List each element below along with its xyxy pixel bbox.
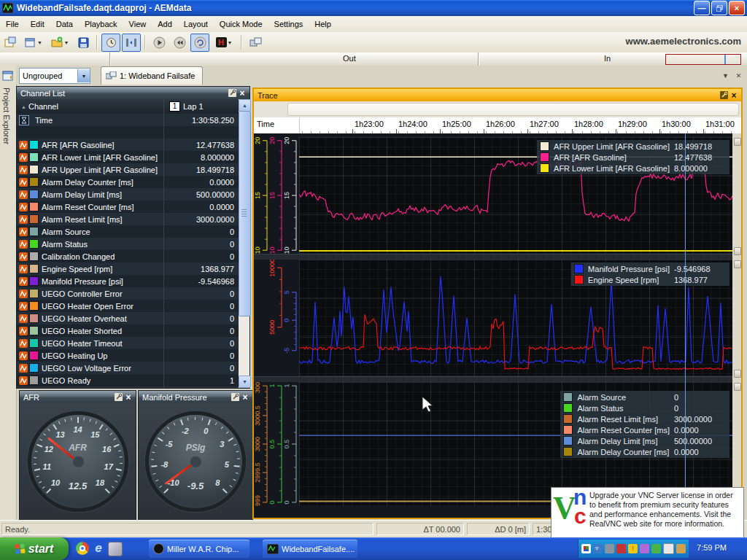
trace-plot-0[interactable]: AFR Upper Limit [AFR Gasoline]18.499718A… [299,137,734,254]
new-layout-button[interactable] [1,34,20,52]
graphics-icon[interactable] [640,544,649,553]
manifold-gauge-titlebar[interactable]: Manifold Pressure × [139,391,252,403]
channel-row[interactable]: UEGO Ready1 [17,374,239,386]
rewind-button[interactable] [170,34,189,52]
channel-row[interactable]: Alarm Reset Counter [ms]0.0000 [17,201,239,213]
close-button[interactable]: × [729,1,745,15]
input-panel-icon[interactable] [676,544,686,553]
channel-row[interactable]: UEGO Heating Up0 [17,349,239,362]
scroll-grip[interactable] [734,247,741,255]
open-layout-button[interactable]: ▼ [21,34,46,52]
close-icon[interactable]: × [240,392,250,402]
channel-row[interactable]: AFR Lower Limit [AFR Gasoline]8.000000 [17,151,239,163]
channel-list-header[interactable]: ▲ Channel 1 Lap 1 [17,99,239,114]
column-divider[interactable] [163,99,164,388]
channel-row[interactable]: UEGO Heater Timeout0 [17,337,239,349]
trace-plot-1[interactable]: Manifold Pressure [psi]-9.546968Engine S… [299,260,734,376]
taskbar-task-widebandfailsafe[interactable]: WidebandFailsafe.... [263,540,357,558]
channel-row[interactable]: Calibration Changed0 [17,250,239,262]
scroll-grip[interactable] [734,370,741,378]
menu-view[interactable]: View [123,18,152,31]
channel-row[interactable]: Alarm Delay Counter [ms]0.0000 [17,176,239,188]
wrench-icon[interactable] [719,91,729,100]
save-button[interactable] [74,34,93,52]
wrench-icon[interactable] [114,393,123,402]
scroll-grip[interactable] [734,260,741,268]
play-button[interactable] [150,34,169,52]
time-ruler[interactable]: Time 1h23:001h24:001h25:001h26:001h27:00… [254,117,741,134]
scroll-down-button[interactable]: ▼ [239,376,251,388]
window-layout-button[interactable] [246,34,265,52]
project-explorer-strip[interactable]: Project Explorer [0,66,17,520]
quick-launch-icon[interactable] [108,542,123,556]
close-icon[interactable]: × [237,88,247,98]
network-icon[interactable]: ᯤ [593,544,603,553]
scroll-grip[interactable] [734,138,741,146]
scroll-grip[interactable] [734,383,741,391]
scroll-up-button[interactable]: ▲ [239,99,251,112]
channel-list-scrollbar[interactable]: ▲ ▼ [239,99,249,388]
start-button[interactable]: start [0,537,69,560]
menu-data[interactable]: Data [50,18,79,31]
channel-row[interactable]: UEGO Low Voltage Error0 [17,362,239,374]
update-icon[interactable] [651,544,661,553]
scrollbar-thumb[interactable] [239,111,251,316]
channel-value: 500.00000 [164,190,239,199]
display-icon[interactable] [605,544,614,553]
internet-explorer-icon[interactable]: e [92,542,105,555]
close-icon[interactable]: × [729,90,739,101]
menu-file[interactable]: File [0,18,25,31]
channel-row[interactable]: Engine Speed [rpm]1368.977 [17,262,239,275]
afr-gauge-titlebar[interactable]: AFR × [20,391,136,403]
window-titlebar[interactable]: WidebandFailsafe.daqt.daqproj - AEMdata … [0,0,747,16]
channel-row[interactable]: UEGO Heater Overheat0 [17,312,239,324]
close-icon[interactable]: × [123,392,133,402]
loop-playback-toggle[interactable] [190,34,209,52]
vnc-tray-icon[interactable] [581,544,591,553]
add-data-button[interactable]: ▼ [47,34,72,52]
chrome-icon[interactable] [76,542,89,555]
h-marker-dropdown[interactable]: H▼ [211,34,237,52]
restore-button[interactable] [711,1,727,15]
menu-settings[interactable]: Settings [268,18,309,31]
chevron-down-icon[interactable]: ▼ [77,69,90,82]
channel-row[interactable]: AFR [AFR Gasoline]12.477638 [17,139,239,151]
wrench-icon[interactable] [231,393,240,402]
channel-list-titlebar[interactable]: Channel List × [17,87,249,99]
wrench-icon[interactable] [228,89,237,98]
playback-cursor-line[interactable] [685,133,686,503]
channel-row[interactable]: Alarm Delay Limit [ms]500.00000 [17,188,239,201]
minimize-button[interactable]: — [694,1,710,15]
channel-row[interactable]: Alarm Source0 [17,225,239,238]
tab-close-button[interactable]: ✕ [733,70,744,81]
manifold-pressure-gauge-panel: Manifold Pressure × -10-8-5-20358PSIg-9.… [138,390,253,521]
trace-scrollbar[interactable] [732,133,741,518]
trace-titlebar[interactable]: Trace × [254,89,741,101]
group-dropdown[interactable]: Ungrouped ▼ [19,68,90,84]
menu-playback[interactable]: Playback [79,18,123,31]
menu-add[interactable]: Add [152,18,178,31]
channel-row[interactable]: Alarm Reset Limit [ms]3000.0000 [17,213,239,225]
channel-row[interactable]: Manifold Pressure [psi]-9.546968 [17,275,239,287]
channel-row[interactable]: Alarm Status0 [17,238,239,250]
channel-row-time[interactable]: Time1:30:58.250 [17,114,239,126]
time-display-toggle[interactable] [101,34,120,52]
menu-layout[interactable]: Layout [178,18,214,31]
security-shield-icon[interactable] [616,544,626,553]
warning-icon[interactable]: ! [628,544,638,553]
menu-edit[interactable]: Edit [25,18,50,31]
mouse-settings-icon[interactable] [663,543,674,554]
menu-help[interactable]: Help [309,18,337,31]
tab-scroll-button[interactable]: ▼ [720,70,731,81]
channel-row[interactable]: UEGO Heater Shorted0 [17,324,239,337]
channel-label: AFR [AFR Gasoline] [42,141,164,149]
column-channel[interactable]: Channel [28,102,169,111]
channel-row[interactable]: AFR Upper Limit [AFR Gasoline]18.499718 [17,163,239,176]
menu-quick-mode[interactable]: Quick Mode [214,18,268,31]
channel-row[interactable]: UEGO Controller Error0 [17,287,239,300]
column-lap[interactable]: Lap 1 [183,102,239,111]
taskbar-task-miller[interactable]: Miller W.A.R. Chip... [149,540,249,558]
channel-row[interactable]: UEGO Heater Open Error0 [17,300,239,312]
range-marker-toggle[interactable] [122,34,141,52]
tab-wideband-failsafe[interactable]: 1: Wideband Failsafe [101,66,203,85]
